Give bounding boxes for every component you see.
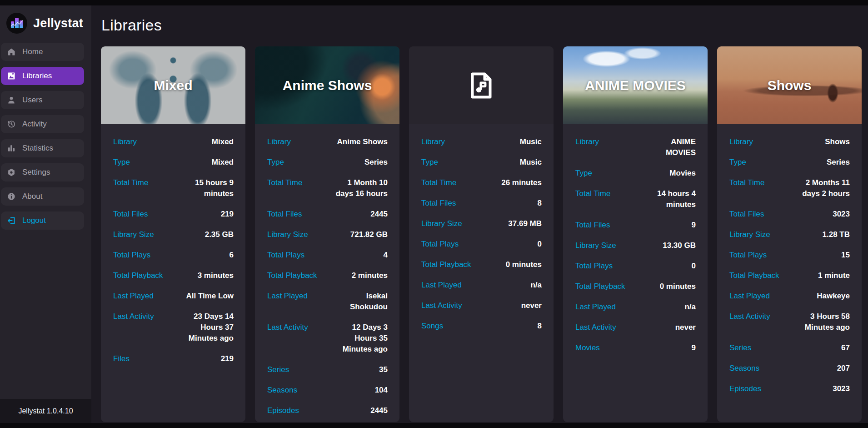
library-card-stats: Library Music Type Music Total Time 26 m… bbox=[409, 124, 554, 341]
stat-label: Library Size bbox=[575, 240, 616, 251]
library-card-image: Anime Shows bbox=[255, 46, 399, 124]
stat-value: 67 bbox=[841, 342, 850, 353]
stat-label: Total Plays bbox=[729, 250, 767, 261]
stat-row: Songs 8 bbox=[421, 321, 542, 332]
library-card-anime-shows[interactable]: Anime Shows Library Anime Shows Type Ser… bbox=[255, 46, 399, 422]
sidebar-item-home[interactable]: Home bbox=[1, 43, 84, 61]
stat-value: Anime Shows bbox=[337, 136, 388, 147]
stat-label: Total Time bbox=[113, 177, 148, 188]
sidebar-item-users[interactable]: Users bbox=[1, 91, 84, 109]
stat-label: Total Playback bbox=[267, 270, 317, 281]
stat-value: 104 bbox=[375, 385, 388, 396]
sidebar-item-logout[interactable]: Logout bbox=[1, 211, 84, 230]
stat-label: Total Files bbox=[575, 220, 610, 231]
stat-label: Total Time bbox=[729, 177, 764, 188]
stat-label: Total Time bbox=[575, 188, 610, 199]
library-card-anime-movies[interactable]: ANIME MOVIES Library ANIME MOVIES Type M… bbox=[563, 46, 708, 422]
stat-label: Library bbox=[267, 136, 291, 147]
sidebar-item-label: Home bbox=[22, 47, 43, 56]
stat-row: Library ANIME MOVIES bbox=[575, 136, 696, 158]
sidebar-item-activity[interactable]: Activity bbox=[1, 115, 84, 133]
stat-label: Total Playback bbox=[421, 259, 471, 270]
stat-row: Last Activity 12 Days 3 Hours 35 Minutes… bbox=[267, 322, 388, 355]
library-card-mixed[interactable]: Mixed Library Mixed Type Mixed Total Tim… bbox=[101, 46, 245, 422]
library-card-title: Anime Shows bbox=[283, 78, 372, 93]
app-logo[interactable]: Jellystat bbox=[0, 5, 91, 43]
users-icon bbox=[7, 96, 16, 105]
about-icon bbox=[7, 192, 16, 201]
stat-value: 1.28 TB bbox=[823, 229, 850, 240]
app-version: Jellystat 1.0.4.10 bbox=[18, 407, 73, 415]
stat-row: Total Files 2445 bbox=[267, 209, 388, 220]
sidebar-item-statistics[interactable]: Statistics bbox=[1, 139, 84, 157]
stat-value: Movies bbox=[669, 168, 696, 179]
stat-label: Episodes bbox=[729, 383, 761, 394]
stat-value: 3 Hours 58 Minutes ago bbox=[794, 311, 850, 333]
sidebar-item-settings[interactable]: Settings bbox=[1, 163, 84, 181]
sidebar: Jellystat Home Libraries Users Activity … bbox=[0, 5, 91, 423]
stat-row: Library Shows bbox=[729, 136, 850, 147]
stat-label: Total Playback bbox=[729, 270, 779, 281]
library-card-stats: Library ANIME MOVIES Type Movies Total T… bbox=[563, 124, 708, 363]
library-card-music[interactable]: Library Music Type Music Total Time 26 m… bbox=[409, 46, 554, 422]
stat-value: 9 bbox=[692, 342, 696, 353]
stat-value: 15 hours 9 minutes bbox=[178, 177, 234, 199]
stat-row: Total Playback 0 minutes bbox=[575, 281, 696, 292]
stat-row: Type Series bbox=[729, 157, 850, 168]
stat-value: 23 Days 14 Hours 37 Minutes ago bbox=[178, 311, 234, 344]
stat-label: Library bbox=[729, 136, 753, 147]
stat-label: Seasons bbox=[729, 363, 759, 374]
stat-value: 0 minutes bbox=[660, 281, 696, 292]
stat-row: Last Activity never bbox=[421, 300, 542, 311]
stat-row: Last Played Isekai Shokudou bbox=[267, 291, 388, 312]
sidebar-footer: Jellystat 1.0.4.10 bbox=[0, 399, 91, 423]
stat-value: n/a bbox=[530, 280, 542, 291]
stat-label: Type bbox=[729, 157, 746, 168]
stat-row: Type Mixed bbox=[113, 157, 234, 168]
stat-label: Last Activity bbox=[421, 300, 462, 311]
stat-row: Total Files 8 bbox=[421, 198, 542, 209]
sidebar-item-label: Settings bbox=[22, 168, 50, 177]
stat-row: Total Plays 4 bbox=[267, 250, 388, 261]
library-cards-row: Mixed Library Mixed Type Mixed Total Tim… bbox=[101, 46, 868, 422]
stat-value: 2.35 GB bbox=[205, 229, 234, 240]
stat-value: Shows bbox=[825, 136, 850, 147]
stat-value: 219 bbox=[221, 353, 234, 364]
stat-label: Songs bbox=[421, 321, 443, 332]
stat-row: Total Time 14 hours 4 minutes bbox=[575, 188, 696, 210]
main-content: Libraries Mixed Library Mixed Type Mixed… bbox=[91, 5, 868, 423]
library-card-title: ANIME MOVIES bbox=[585, 78, 686, 93]
stat-row: Total Files 3023 bbox=[729, 209, 850, 220]
stat-label: Library Size bbox=[421, 218, 462, 229]
library-card-stats: Library Shows Type Series Total Time 2 M… bbox=[717, 124, 862, 404]
stat-label: Last Activity bbox=[267, 322, 308, 333]
stat-row: Type Music bbox=[421, 157, 542, 168]
sidebar-item-label: Logout bbox=[22, 216, 46, 225]
stat-row: Type Series bbox=[267, 157, 388, 168]
stat-label: Library bbox=[421, 136, 445, 147]
stat-row: Episodes 3023 bbox=[729, 383, 850, 394]
sidebar-item-about[interactable]: About bbox=[1, 187, 84, 206]
stat-label: Files bbox=[113, 353, 130, 364]
stat-label: Total Time bbox=[421, 177, 456, 188]
sidebar-item-label: Activity bbox=[22, 120, 47, 129]
stat-row: Total Playback 1 minute bbox=[729, 270, 850, 281]
library-card-shows[interactable]: Shows Library Shows Type Series Total Ti… bbox=[717, 46, 862, 422]
stat-row: Last Played n/a bbox=[421, 280, 542, 291]
stat-label: Library Size bbox=[729, 229, 770, 240]
stat-row: Total Files 219 bbox=[113, 209, 234, 220]
stat-value: 0 minutes bbox=[506, 259, 542, 270]
stat-value: Mixed bbox=[212, 136, 234, 147]
jellystat-logo-icon bbox=[6, 13, 27, 34]
stat-row: Seasons 104 bbox=[267, 385, 388, 396]
stat-label: Last Activity bbox=[575, 322, 616, 333]
stat-label: Total Playback bbox=[575, 281, 625, 292]
stat-row: Total Time 1 Month 10 days 16 hours bbox=[267, 177, 388, 199]
stat-label: Series bbox=[729, 342, 751, 353]
stat-row: Files 219 bbox=[113, 353, 234, 364]
stat-value: 8 bbox=[538, 321, 542, 332]
sidebar-item-libraries[interactable]: Libraries bbox=[1, 67, 84, 85]
stat-label: Total Files bbox=[421, 198, 456, 209]
stat-label: Seasons bbox=[267, 385, 297, 396]
library-card-stats: Library Mixed Type Mixed Total Time 15 h… bbox=[101, 124, 245, 374]
